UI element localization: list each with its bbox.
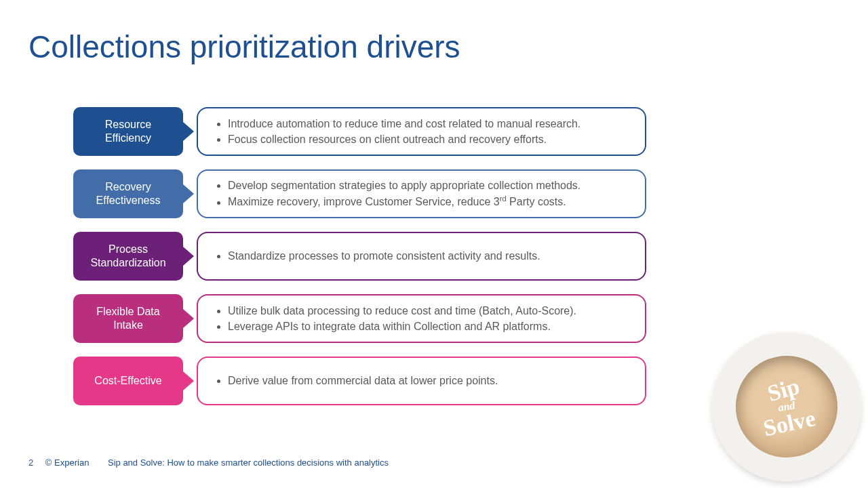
driver-tag: Cost-Effective	[73, 357, 183, 405]
driver-tag-label: Cost-Effective	[94, 374, 161, 388]
driver-bullet: Derive value from commercial data at low…	[228, 373, 630, 388]
driver-tag: Flexible DataIntake	[73, 294, 183, 343]
coffee-surface: Sip and Solve	[728, 348, 846, 466]
driver-tag-label: ResourceEfficiency	[105, 118, 151, 145]
driver-tag: ProcessStandardization	[73, 232, 183, 281]
driver-bullet: Standardize processes to promote consist…	[228, 248, 630, 264]
series-title: Sip and Solve: How to make smarter colle…	[108, 458, 389, 468]
driver-bullet: Leverage APIs to integrate data within C…	[228, 319, 630, 334]
slide-title: Collections prioritization drivers	[28, 28, 460, 65]
driver-tag-label: ProcessStandardization	[90, 243, 165, 270]
page-number: 2	[28, 458, 33, 468]
driver-bullet: Utilize bulk data processing to reduce c…	[228, 303, 630, 319]
driver-row: ProcessStandardization Standardize proce…	[73, 232, 646, 281]
driver-tag-label: Flexible DataIntake	[96, 305, 159, 332]
driver-bullet: Develop segmentation strategies to apply…	[228, 178, 630, 193]
logo-text-solve: Solve	[762, 407, 818, 440]
driver-desc: Derive value from commercial data at low…	[197, 357, 646, 405]
sip-and-solve-logo: Sip and Solve	[756, 374, 818, 439]
driver-desc: Introduce automation to reduce time and …	[197, 107, 646, 156]
driver-rows: ResourceEfficiency Introduce automation …	[73, 107, 646, 419]
driver-desc: Develop segmentation strategies to apply…	[197, 169, 646, 218]
driver-tag: ResourceEfficiency	[73, 107, 183, 156]
driver-row: RecoveryEffectiveness Develop segmentati…	[73, 169, 646, 218]
driver-bullet: Focus collection resources on client out…	[228, 131, 630, 147]
driver-row: Cost-Effective Derive value from commerc…	[73, 357, 646, 405]
driver-row: Flexible DataIntake Utilize bulk data pr…	[73, 294, 646, 343]
driver-row: ResourceEfficiency Introduce automation …	[73, 107, 646, 156]
slide: Collections prioritization drivers Resou…	[0, 0, 868, 488]
driver-tag-label: RecoveryEffectiveness	[96, 180, 161, 207]
driver-desc: Utilize bulk data processing to reduce c…	[197, 294, 646, 343]
driver-bullet: Introduce automation to reduce time and …	[228, 116, 630, 131]
driver-desc: Standardize processes to promote consist…	[197, 232, 646, 281]
driver-bullet: Maximize recovery, improve Customer Serv…	[228, 193, 630, 210]
driver-tag: RecoveryEffectiveness	[73, 169, 183, 218]
copyright: © Experian	[45, 458, 90, 468]
coffee-cup-icon: Sip and Solve	[712, 332, 861, 481]
footer: 2 © Experian Sip and Solve: How to make …	[28, 458, 389, 468]
